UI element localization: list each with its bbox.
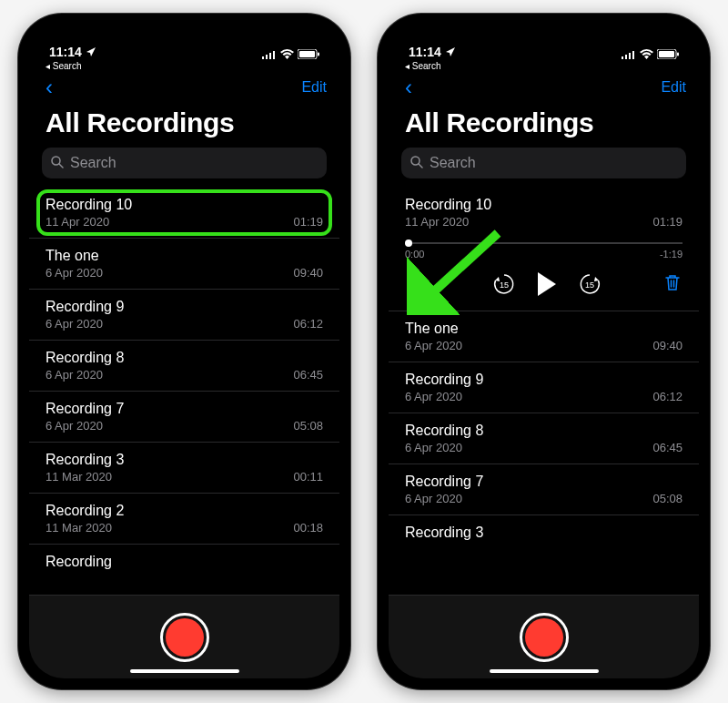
recording-date: 6 Apr 2020 xyxy=(46,368,103,382)
record-dot-icon xyxy=(166,618,204,657)
recording-duration: 05:08 xyxy=(293,419,323,433)
wifi-icon xyxy=(280,49,294,59)
search-input[interactable]: Search xyxy=(401,148,686,178)
recording-date: 6 Apr 2020 xyxy=(405,390,462,403)
record-button[interactable] xyxy=(160,613,209,662)
status-back-label[interactable]: ◂ Search xyxy=(389,61,699,71)
phone-right-screen: 11:14 ◂ Search ‹ Edit All Recordings Sea… xyxy=(389,25,699,678)
recording-name: Recording 8 xyxy=(46,350,323,366)
svg-line-8 xyxy=(59,164,63,168)
recording-row[interactable]: Recording 10 11 Apr 202001:19 xyxy=(29,188,339,239)
playback-controls: ••• 15 15 xyxy=(405,272,682,301)
recording-name: Recording 9 xyxy=(46,299,323,315)
phone-left-screen: 11:14 ◂ Search ‹ Edit All Recordings Sea… xyxy=(29,25,339,678)
search-icon xyxy=(51,156,64,171)
notch-icon xyxy=(471,25,617,48)
notch-icon xyxy=(112,25,258,48)
recording-name: Recording 10 xyxy=(46,197,323,213)
svg-rect-1 xyxy=(266,55,268,59)
recording-row[interactable]: Recording 8 6 Apr 202006:45 xyxy=(389,413,699,464)
recording-name: Recording 7 xyxy=(46,401,323,417)
recording-duration: 01:19 xyxy=(652,215,682,229)
svg-line-17 xyxy=(419,164,422,168)
svg-rect-3 xyxy=(273,51,275,59)
back-chevron-icon[interactable]: ‹ xyxy=(42,75,53,100)
svg-text:15: 15 xyxy=(499,280,508,290)
recording-duration: 06:12 xyxy=(293,317,323,331)
home-indicator[interactable] xyxy=(130,669,239,673)
svg-text:15: 15 xyxy=(584,280,593,290)
skip-back-15-icon[interactable]: 15 xyxy=(492,272,516,296)
recording-row[interactable]: Recording xyxy=(29,545,339,579)
recording-duration: 09:40 xyxy=(293,266,323,280)
nav-bar: ‹ Edit xyxy=(29,71,339,106)
svg-rect-2 xyxy=(269,53,271,59)
scrubber-track-icon xyxy=(405,242,682,244)
svg-rect-0 xyxy=(262,56,264,59)
recording-row[interactable]: Recording 8 6 Apr 202006:45 xyxy=(29,341,339,392)
trash-icon[interactable] xyxy=(664,273,681,296)
recording-row[interactable]: Recording 2 11 Mar 202000:18 xyxy=(29,494,339,545)
location-icon xyxy=(86,46,96,57)
edit-button[interactable]: Edit xyxy=(661,79,686,96)
recording-row-expanded[interactable]: Recording 10 11 Apr 202001:19 0:00 -1:19… xyxy=(389,188,699,311)
svg-rect-14 xyxy=(659,51,674,57)
playback-scrubber[interactable] xyxy=(405,239,682,247)
battery-icon xyxy=(298,49,319,59)
recording-name: Recording 2 xyxy=(46,503,323,519)
svg-rect-6 xyxy=(318,53,319,56)
recording-date: 6 Apr 2020 xyxy=(46,317,103,331)
recording-duration: 00:11 xyxy=(293,470,323,484)
svg-rect-5 xyxy=(299,51,315,57)
play-icon[interactable] xyxy=(538,272,556,296)
more-options-icon[interactable]: ••• xyxy=(407,274,429,295)
recording-duration: 00:18 xyxy=(293,521,323,535)
arrow-annotation-icon xyxy=(407,224,516,315)
recording-row[interactable]: Recording 3 xyxy=(389,515,699,550)
record-button[interactable] xyxy=(520,613,569,662)
recording-date: 6 Apr 2020 xyxy=(46,419,103,433)
signal-icon xyxy=(262,50,277,59)
recording-row[interactable]: Recording 9 6 Apr 202006:12 xyxy=(389,362,699,413)
skip-forward-15-icon[interactable]: 15 xyxy=(578,272,602,296)
page-title: All Recordings xyxy=(389,106,699,148)
recording-row[interactable]: The one 6 Apr 202009:40 xyxy=(389,311,699,362)
record-dot-icon xyxy=(525,618,563,657)
scrubber-knob-icon[interactable] xyxy=(405,239,412,247)
recording-duration: 06:45 xyxy=(293,368,323,382)
recording-date: 6 Apr 2020 xyxy=(405,441,462,454)
home-indicator[interactable] xyxy=(490,669,599,673)
search-placeholder: Search xyxy=(430,155,476,171)
battery-icon xyxy=(657,49,679,59)
phone-left: 11:14 ◂ Search ‹ Edit All Recordings Sea… xyxy=(18,14,350,689)
status-time: 11:14 xyxy=(49,45,82,59)
wifi-icon xyxy=(640,49,653,59)
recording-row[interactable]: The one 6 Apr 202009:40 xyxy=(29,239,339,290)
search-input[interactable]: Search xyxy=(42,148,327,178)
location-icon xyxy=(445,46,456,57)
recording-name: Recording 8 xyxy=(405,423,682,439)
recording-list[interactable]: Recording 10 11 Apr 202001:19 The one 6 … xyxy=(29,188,339,595)
recording-date: 11 Mar 2020 xyxy=(46,521,112,535)
status-time: 11:14 xyxy=(409,45,441,59)
recording-duration: 06:12 xyxy=(652,390,682,403)
recording-name: Recording 7 xyxy=(405,474,682,490)
status-back-label[interactable]: ◂ Search xyxy=(29,61,339,71)
recording-duration: 06:45 xyxy=(652,441,682,454)
recording-name: Recording 3 xyxy=(46,452,323,468)
page-title: All Recordings xyxy=(29,106,339,148)
nav-bar: ‹ Edit xyxy=(389,71,699,106)
svg-rect-10 xyxy=(625,55,627,59)
recording-row[interactable]: Recording 9 6 Apr 202006:12 xyxy=(29,290,339,341)
recording-date: 11 Mar 2020 xyxy=(46,470,112,484)
recording-list[interactable]: Recording 10 11 Apr 202001:19 0:00 -1:19… xyxy=(389,188,699,595)
recording-date: 6 Apr 2020 xyxy=(405,492,462,505)
recording-row[interactable]: Recording 7 6 Apr 202005:08 xyxy=(389,464,699,515)
recording-row[interactable]: Recording 3 11 Mar 202000:11 xyxy=(29,443,339,494)
search-placeholder: Search xyxy=(70,155,116,171)
recording-row[interactable]: Recording 7 6 Apr 202005:08 xyxy=(29,392,339,443)
edit-button[interactable]: Edit xyxy=(301,79,327,96)
back-chevron-icon[interactable]: ‹ xyxy=(401,75,412,100)
svg-rect-12 xyxy=(632,51,634,59)
record-bar xyxy=(29,595,339,678)
